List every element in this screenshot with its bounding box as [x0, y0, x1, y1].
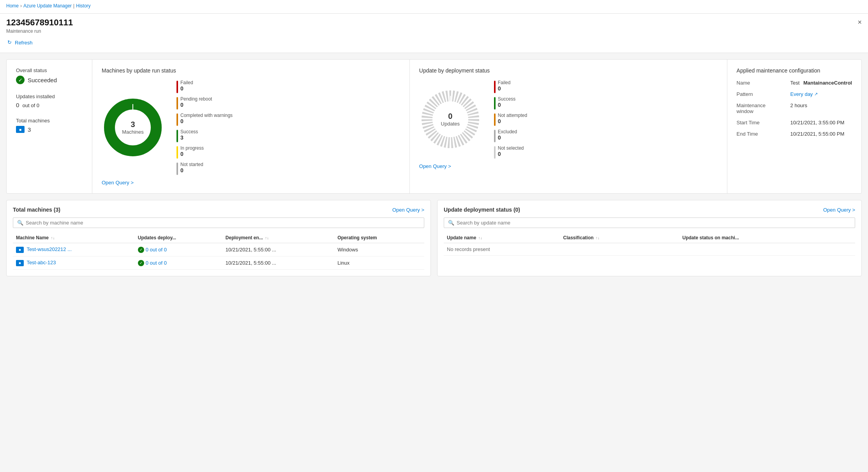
- machines-table-open-query[interactable]: Open Query >: [392, 207, 424, 213]
- row-machine-icon: ■: [16, 260, 24, 266]
- deploy-legend-success: Success 0: [494, 96, 527, 110]
- summary-panel: Overall status ✓ Succeeded Updates insta…: [6, 59, 862, 194]
- machines-search-box[interactable]: 🔍: [13, 217, 424, 228]
- out-of-label: out of 0: [23, 103, 39, 108]
- config-val-pattern[interactable]: Every day ↗: [790, 91, 818, 97]
- legend-success: Success 3: [176, 129, 233, 142]
- sort-deployment-end-icon[interactable]: ↑↓: [265, 236, 269, 240]
- machines-table-panel: Total machines (3) Open Query > 🔍 Machin…: [6, 200, 431, 276]
- total-machines-value: 3: [28, 126, 31, 133]
- row-deployment-end: 10/21/2021, 5:55:00 ...: [222, 243, 334, 256]
- updates-search-box[interactable]: 🔍: [444, 217, 855, 228]
- config-row-end-time: End Time 10/21/2021, 5:55:00 PM: [737, 131, 852, 137]
- sort-update-name-icon[interactable]: ↑↓: [478, 236, 482, 240]
- sort-machine-name-icon[interactable]: ↑↓: [51, 236, 55, 240]
- config-key-window: Maintenancewindow: [737, 103, 787, 114]
- col-os: Operating system: [334, 233, 424, 243]
- external-link-icon: ↗: [814, 92, 818, 97]
- updates-panel-title: Update deployment status (0): [444, 207, 520, 213]
- updates-search-input[interactable]: [457, 220, 851, 226]
- breadcrumb-azure-update-manager[interactable]: Azure Update Manager: [23, 3, 72, 9]
- machines-open-query[interactable]: Open Query >: [102, 180, 134, 186]
- table-row: ■ Test-abc-123 ✓ 0 out of 0 10/21/2021, …: [13, 256, 424, 270]
- config-row-window: Maintenancewindow 2 hours: [737, 103, 852, 114]
- row-success-icon: ✓: [138, 260, 144, 266]
- row-updates-link[interactable]: 0 out of 0: [146, 247, 167, 253]
- breadcrumb: Home › Azure Update Manager | History: [6, 3, 862, 9]
- updates-panel-header: Update deployment status (0) Open Query …: [444, 207, 855, 213]
- config-val-start-time: 10/21/2021, 3:55:00 PM: [790, 120, 845, 126]
- legend-pending-reboot: Pending reboot 0: [176, 96, 233, 110]
- deploy-legend-not-attempted: Not attempted 0: [494, 113, 527, 126]
- deployment-open-query[interactable]: Open Query >: [419, 163, 451, 169]
- config-key-pattern: Pattern: [737, 91, 787, 97]
- row-updates: ✓ 0 out of 0: [135, 243, 222, 256]
- table-row-no-records: No records present: [444, 243, 855, 256]
- col-machine-name: Machine Name ↑↓: [13, 233, 135, 243]
- config-section: Applied maintenance configuration Name T…: [727, 60, 861, 193]
- config-val-window: 2 hours: [790, 103, 807, 108]
- machine-icon: ■: [16, 126, 25, 133]
- col-updates-deploy: Updates deploy...: [135, 233, 222, 243]
- machines-chart-title: Machines by update run status: [102, 67, 400, 74]
- config-row-name: Name Test MantainanceControl: [737, 80, 852, 86]
- machines-legend: Failed 0 Pending reboot 0: [176, 80, 233, 175]
- success-check-icon: ✓: [16, 76, 25, 84]
- config-key-name: Name: [737, 80, 787, 86]
- legend-not-started: Not started 0: [176, 162, 233, 175]
- deployment-chart-section: Update by deployment status 0 Updates: [410, 60, 727, 193]
- page-subtitle: Maintenance run: [6, 28, 73, 34]
- row-success-icon: ✓: [138, 247, 144, 253]
- config-table: Name Test MantainanceControl Pattern Eve…: [737, 80, 852, 137]
- no-records-message: No records present: [444, 243, 855, 256]
- deploy-legend-excluded: Excluded 0: [494, 129, 527, 142]
- breadcrumb-home[interactable]: Home: [6, 3, 19, 9]
- total-machines-label: Total machines: [16, 118, 83, 124]
- machines-chart-section: Machines by update run status 3 Machines: [92, 60, 410, 193]
- overall-status-label: Overall status: [16, 67, 83, 73]
- machine-link-wsus[interactable]: Test-wsus202212 ...: [26, 246, 72, 252]
- bottom-panels: Total machines (3) Open Query > 🔍 Machin…: [6, 200, 862, 276]
- config-title: Applied maintenance configuration: [737, 67, 852, 74]
- updates-installed-label: Updates installed: [16, 94, 83, 99]
- machines-donut-chart: 3 Machines: [102, 96, 164, 159]
- row-os: Windows: [334, 243, 424, 256]
- updates-search-icon: 🔍: [448, 220, 454, 226]
- page-header: 12345678910111 Maintenance run ↻ Refresh…: [0, 14, 868, 53]
- status-succeeded: ✓ Succeeded: [16, 76, 83, 84]
- machines-search-icon: 🔍: [17, 220, 23, 226]
- sort-classification-icon[interactable]: ↑↓: [596, 236, 600, 240]
- machines-data-table: Machine Name ↑↓ Updates deploy... Deploy…: [13, 233, 424, 270]
- refresh-button[interactable]: ↻ Refresh: [6, 38, 33, 47]
- updates-table-panel: Update deployment status (0) Open Query …: [437, 200, 862, 276]
- updates-data-table: Update name ↑↓ Classification ↑↓ Update …: [444, 233, 855, 256]
- machines-search-input[interactable]: [26, 220, 420, 226]
- refresh-icon: ↻: [6, 39, 12, 46]
- config-val-name: Test MantainanceControl: [790, 80, 852, 86]
- machines-panel-header: Total machines (3) Open Query >: [13, 207, 424, 213]
- config-val-end-time: 10/21/2021, 5:55:00 PM: [790, 131, 845, 137]
- config-row-start-time: Start Time 10/21/2021, 3:55:00 PM: [737, 120, 852, 126]
- machine-link-abc[interactable]: Test-abc-123: [26, 260, 56, 265]
- deploy-legend-not-selected: Not selected 0: [494, 145, 527, 159]
- breadcrumb-history[interactable]: History: [76, 3, 90, 9]
- config-key-start-time: Start Time: [737, 120, 787, 126]
- deployment-legend: Failed 0 Success 0: [494, 80, 527, 159]
- row-machine-name: ■ Test-wsus202212 ...: [13, 243, 135, 256]
- close-button[interactable]: ×: [857, 18, 862, 27]
- deployment-chart-title: Update by deployment status: [419, 67, 718, 74]
- row-machine-icon: ■: [16, 247, 24, 253]
- legend-failed: Failed 0: [176, 80, 233, 93]
- updates-table-open-query[interactable]: Open Query >: [823, 207, 855, 213]
- deployment-donut-chart: 0 Updates: [419, 88, 482, 150]
- updates-installed-value: 0: [16, 102, 19, 108]
- config-row-pattern: Pattern Every day ↗: [737, 91, 852, 97]
- col-classification: Classification ↑↓: [560, 233, 679, 243]
- summary-left: Overall status ✓ Succeeded Updates insta…: [7, 60, 92, 193]
- table-row: ■ Test-wsus202212 ... ✓ 0 out of 0 10/21…: [13, 243, 424, 256]
- page-title: 12345678910111: [6, 18, 73, 28]
- row-deployment-end: 10/21/2021, 5:55:00 ...: [222, 256, 334, 270]
- row-updates-link[interactable]: 0 out of 0: [146, 260, 167, 266]
- config-key-end-time: End Time: [737, 131, 787, 137]
- status-value: Succeeded: [28, 77, 57, 83]
